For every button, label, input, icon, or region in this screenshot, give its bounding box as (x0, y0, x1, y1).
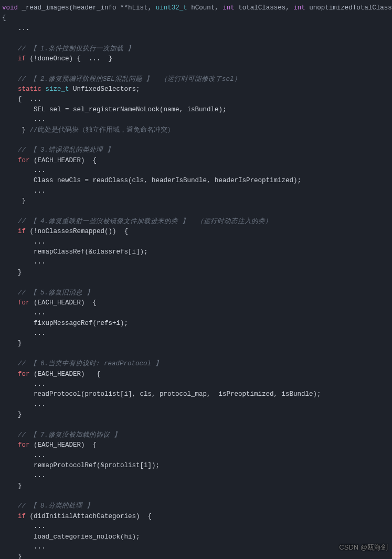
return-type: void (2, 4, 18, 12)
function-name: _read_images (22, 4, 69, 12)
comment-5: // 【 5.修复旧消息 】 (18, 289, 93, 297)
comment-4: // 【 4.修复重映射一些没被镜像文件加载进来的类 】 (18, 218, 189, 225)
comment-8: // 【 8.分类的处理 】 (18, 502, 93, 510)
watermark: CSDN @瓯海剑 (339, 542, 388, 553)
comment-2: // 【 2.修复预编译阶段的SEL混乱问题 】 (18, 76, 153, 83)
code-block: void _read_images(header_info **hList, u… (0, 0, 392, 559)
comment-1: // 【 1.条件控制仅执行一次加载 】 (18, 45, 134, 52)
comment-7: // 【 7.修复没被加载的协议 】 (18, 431, 121, 439)
comment-3: // 【 3.错误混乱的类处理 】 (18, 146, 114, 154)
comment-6: // 【 6.当类中有协议时: (18, 360, 104, 367)
